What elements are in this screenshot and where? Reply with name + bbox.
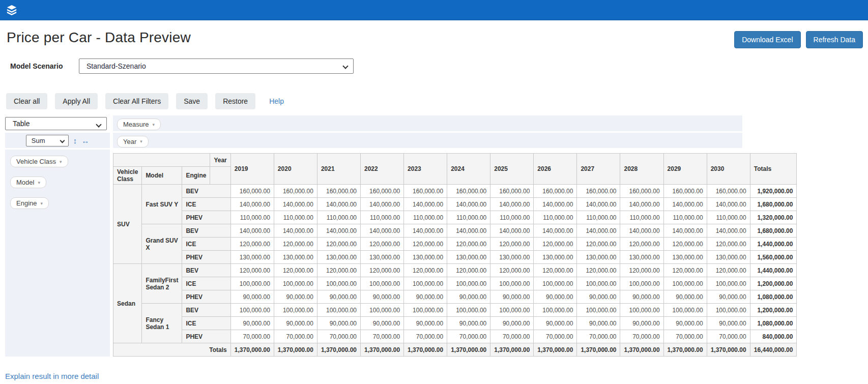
table-row: PHEV90,000.0090,000.0090,000.0090,000.00…	[113, 290, 797, 304]
value-cell: 90,000.00	[663, 317, 707, 330]
pivot-corner-cell	[113, 154, 210, 167]
value-cell: 140,000.00	[620, 224, 663, 238]
column-total-cell: 1,370,000.00	[361, 343, 404, 357]
column-axis-label: Year	[210, 154, 230, 167]
value-cell: 120,000.00	[317, 238, 360, 251]
value-cell: 140,000.00	[361, 198, 404, 211]
engine-cell: PHEV	[182, 290, 230, 304]
attribute-pill-model[interactable]: Model▾	[10, 176, 46, 188]
year-column-header: 2023	[404, 154, 447, 185]
clear-all-filters-button[interactable]: Clear All Filters	[105, 93, 168, 109]
pivot-table-area: Year201920202021202220232024202520262027…	[113, 150, 742, 357]
value-cell: 100,000.00	[404, 304, 447, 317]
value-cell: 100,000.00	[230, 277, 274, 290]
renderer-select[interactable]: Table	[5, 117, 107, 130]
value-cell: 90,000.00	[534, 317, 577, 330]
value-cell: 140,000.00	[404, 198, 447, 211]
value-cell: 90,000.00	[230, 317, 274, 330]
value-cell: 100,000.00	[490, 277, 534, 290]
attribute-pill-measure-label: Measure	[123, 121, 149, 128]
download-excel-button[interactable]: Download Excel	[734, 31, 800, 48]
value-cell: 130,000.00	[707, 251, 750, 264]
refresh-data-button[interactable]: Refresh Data	[806, 31, 863, 48]
value-cell: 100,000.00	[361, 304, 404, 317]
value-cell: 90,000.00	[490, 290, 534, 304]
value-cell: 140,000.00	[534, 198, 577, 211]
pill-wrap: Vehicle Class▾	[10, 156, 110, 176]
column-total-cell: 1,370,000.00	[317, 343, 360, 357]
row-total-cell: 1,200,000.00	[750, 277, 797, 290]
value-cell: 100,000.00	[620, 277, 663, 290]
column-total-cell: 1,370,000.00	[707, 343, 750, 357]
model-cell: Fast SUV Y	[142, 185, 182, 224]
aggregator-select[interactable]: Sum	[26, 135, 69, 146]
value-cell: 100,000.00	[534, 277, 577, 290]
row-total-cell: 1,440,000.00	[750, 264, 797, 277]
title-row: Price per Car - Data Preview Download Ex…	[7, 29, 863, 48]
value-cell: 120,000.00	[663, 264, 707, 277]
table-row: ICE100,000.00100,000.00100,000.00100,000…	[113, 277, 797, 290]
restore-button[interactable]: Restore	[215, 93, 255, 109]
page-title: Price per Car - Data Preview	[7, 29, 191, 46]
engine-cell: PHEV	[182, 211, 230, 224]
value-cell: 140,000.00	[274, 198, 317, 211]
layers-icon[interactable]	[6, 5, 17, 16]
year-column-header: 2020	[274, 154, 317, 185]
totals-column-header: Totals	[750, 154, 797, 185]
value-cell: 90,000.00	[274, 317, 317, 330]
year-column-header: 2022	[361, 154, 404, 185]
attribute-pill-vehicle-class[interactable]: Vehicle Class▾	[10, 156, 68, 167]
table-row: ICE120,000.00120,000.00120,000.00120,000…	[113, 238, 797, 251]
value-cell: 70,000.00	[230, 330, 274, 343]
value-cell: 110,000.00	[490, 211, 534, 224]
value-cell: 160,000.00	[490, 185, 534, 198]
attribute-pill-measure[interactable]: Measure▾	[117, 119, 161, 130]
value-cell: 140,000.00	[620, 198, 663, 211]
table-row: PHEV130,000.00130,000.00130,000.00130,00…	[113, 251, 797, 264]
apply-all-button[interactable]: Apply All	[55, 93, 98, 109]
column-total-cell: 1,370,000.00	[404, 343, 447, 357]
value-cell: 100,000.00	[663, 304, 707, 317]
year-column-header: 2029	[663, 154, 707, 185]
column-total-cell: 1,370,000.00	[534, 343, 577, 357]
column-total-cell: 1,370,000.00	[663, 343, 707, 357]
explain-result-link[interactable]: Explain result in more detail	[5, 372, 99, 380]
column-total-cell: 1,370,000.00	[620, 343, 663, 357]
value-cell: 70,000.00	[274, 330, 317, 343]
dropdown-triangle-icon: ▾	[40, 201, 43, 206]
dropdown-triangle-icon: ▾	[38, 180, 40, 185]
help-link[interactable]: Help	[269, 97, 284, 105]
value-cell: 120,000.00	[577, 264, 620, 277]
model-scenario-select[interactable]: Standard-Szenario	[79, 58, 354, 74]
column-total-cell: 1,370,000.00	[577, 343, 620, 357]
title-actions: Download Excel Refresh Data	[734, 31, 863, 48]
value-cell: 100,000.00	[317, 277, 360, 290]
toolbar: Clear all Apply All Clear All Filters Sa…	[6, 93, 868, 109]
value-cell: 90,000.00	[274, 290, 317, 304]
sort-rows-icon[interactable]: ↕	[73, 137, 77, 144]
value-cell: 140,000.00	[577, 198, 620, 211]
attribute-pill-year[interactable]: Year▾	[117, 136, 149, 147]
clear-all-button[interactable]: Clear all	[6, 93, 47, 109]
save-button[interactable]: Save	[176, 93, 208, 109]
value-cell: 120,000.00	[274, 238, 317, 251]
value-cell: 90,000.00	[317, 290, 360, 304]
row-total-cell: 1,080,000.00	[750, 290, 797, 304]
value-cell: 100,000.00	[490, 304, 534, 317]
aggregator-selected-value: Sum	[32, 137, 45, 144]
value-cell: 100,000.00	[361, 277, 404, 290]
attribute-pill-engine[interactable]: Engine▾	[10, 197, 49, 209]
model-cell: Fancy Sedan 1	[142, 304, 182, 343]
value-cell: 120,000.00	[230, 264, 274, 277]
value-cell: 130,000.00	[404, 251, 447, 264]
value-cell: 160,000.00	[534, 185, 577, 198]
sort-cols-icon[interactable]: ↔	[81, 137, 89, 144]
value-cell: 120,000.00	[490, 264, 534, 277]
value-cell: 100,000.00	[577, 277, 620, 290]
value-cell: 160,000.00	[577, 185, 620, 198]
grand-total-cell: 16,440,000.00	[750, 343, 797, 357]
engine-cell: BEV	[182, 224, 230, 238]
pivot-table-head: Year201920202021202220232024202520262027…	[113, 154, 797, 185]
value-cell: 110,000.00	[317, 211, 360, 224]
engine-cell: BEV	[182, 264, 230, 277]
